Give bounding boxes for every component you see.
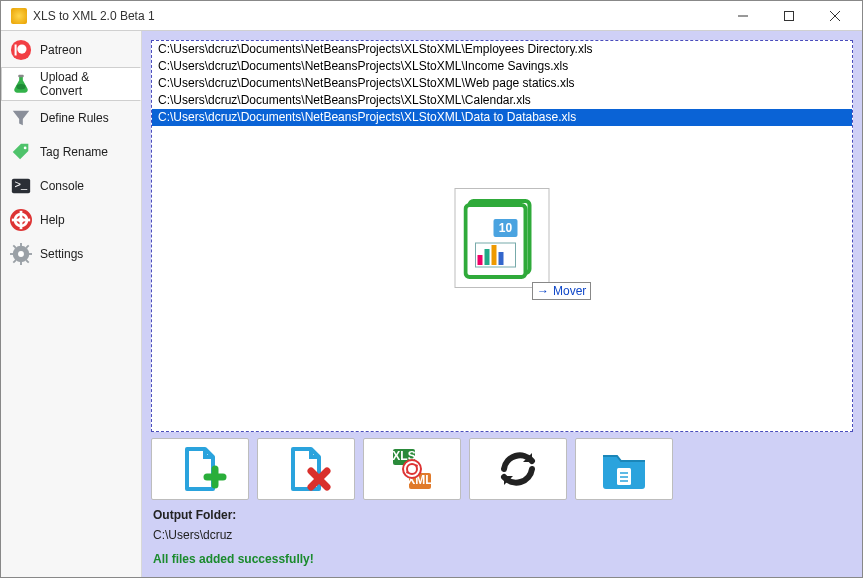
file-list: C:\Users\dcruz\Documents\NetBeansProject… [152,41,852,126]
file-list-item[interactable]: C:\Users\dcruz\Documents\NetBeansProject… [152,58,852,75]
funnel-icon [10,107,32,129]
arrow-right-icon: → [537,284,549,298]
spreadsheet-preview-icon[interactable]: 10 [455,188,550,288]
sidebar-item-tag-rename[interactable]: Tag Rename [1,135,141,169]
sidebar-item-label: Help [40,213,65,227]
file-list-item[interactable]: C:\Users\dcruz\Documents\NetBeansProject… [152,109,852,126]
title-bar: XLS to XML 2.0 Beta 1 [1,1,862,31]
file-drop-zone[interactable]: C:\Users\dcruz\Documents\NetBeansProject… [151,40,853,432]
svg-point-9 [24,147,27,150]
drag-tooltip-label: Mover [553,284,586,298]
add-file-button[interactable] [151,438,249,500]
file-list-item[interactable]: C:\Users\dcruz\Documents\NetBeansProject… [152,92,852,109]
gear-icon [10,243,32,265]
flask-icon [10,73,32,95]
window-title: XLS to XML 2.0 Beta 1 [33,9,155,23]
sidebar-item-label: Patreon [40,43,82,57]
terminal-icon: >_ [10,175,32,197]
svg-point-5 [17,45,26,54]
main-panel: C:\Users\dcruz\Documents\NetBeansProject… [142,31,862,577]
svg-rect-1 [785,11,794,20]
svg-point-8 [16,84,25,90]
svg-rect-7 [18,75,24,77]
tag-icon [10,141,32,163]
svg-text:>_: >_ [15,178,28,190]
svg-point-43 [403,460,421,478]
svg-rect-21 [27,253,32,255]
svg-rect-20 [10,253,15,255]
svg-rect-18 [20,243,22,248]
sidebar-item-help[interactable]: Help [1,203,141,237]
svg-rect-19 [20,260,22,265]
svg-rect-27 [465,205,525,277]
svg-rect-33 [491,245,496,265]
svg-text:10: 10 [498,221,512,235]
svg-rect-31 [477,255,482,265]
convert-button[interactable]: XLSXML [363,438,461,500]
close-button[interactable] [812,1,858,31]
drag-tooltip: → Mover [532,282,591,300]
remove-file-button[interactable] [257,438,355,500]
sidebar-item-settings[interactable]: Settings [1,237,141,271]
maximize-button[interactable] [766,1,812,31]
sidebar-item-label: Upload & Convert [40,70,132,98]
sidebar: Patreon Upload & Convert Define Rules Ta… [1,31,142,577]
svg-rect-6 [15,45,17,56]
sidebar-item-patreon[interactable]: Patreon [1,33,141,67]
output-folder-label: Output Folder: [151,506,853,522]
svg-point-17 [18,251,24,257]
file-list-item[interactable]: C:\Users\dcruz\Documents\NetBeansProject… [152,75,852,92]
action-toolbar: XLSXML [151,438,853,500]
sidebar-item-label: Settings [40,247,83,261]
sidebar-item-upload-convert[interactable]: Upload & Convert [1,67,141,101]
app-icon [11,8,27,24]
file-list-item[interactable]: C:\Users\dcruz\Documents\NetBeansProject… [152,41,852,58]
sidebar-item-label: Console [40,179,84,193]
patreon-icon [10,39,32,61]
sidebar-item-console[interactable]: >_ Console [1,169,141,203]
sidebar-item-label: Tag Rename [40,145,108,159]
sidebar-item-label: Define Rules [40,111,109,125]
sidebar-item-define-rules[interactable]: Define Rules [1,101,141,135]
status-message: All files added successfully! [151,550,853,568]
svg-rect-32 [484,249,489,265]
lifebuoy-icon [10,209,32,231]
open-folder-button[interactable] [575,438,673,500]
refresh-button[interactable] [469,438,567,500]
output-folder-path: C:\Users\dcruz [151,528,853,544]
minimize-button[interactable] [720,1,766,31]
svg-rect-34 [498,252,503,265]
